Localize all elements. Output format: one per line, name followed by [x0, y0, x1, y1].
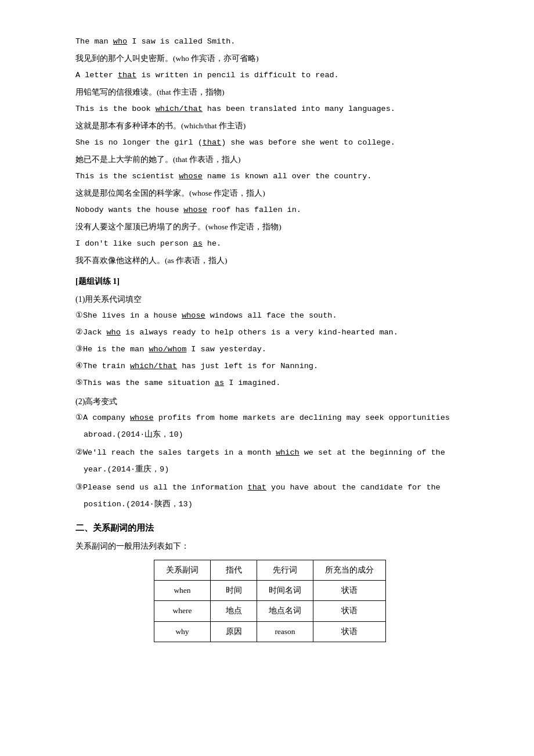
section2-title: 二、关系副词的用法	[75, 520, 464, 536]
that-paren-underline: that	[203, 138, 221, 147]
whose-underline-2: whose	[183, 206, 207, 214]
gaokao-item3-line1: ③Please send us all the information that…	[75, 481, 464, 495]
gaokao-item2-line2: year.(2014·重庆，9)	[75, 463, 464, 477]
example-4-cn: 她已不是上大学前的她了。(that 作表语，指人)	[75, 153, 464, 167]
drill1-item4: ④The train which/that has just left is f…	[75, 359, 464, 374]
which-gaokao2: which	[276, 448, 300, 457]
cell-when: when	[154, 581, 211, 601]
example-1-cn: 我见到的那个人叫史密斯。(who 作宾语，亦可省略)	[75, 52, 464, 66]
cell-where: where	[154, 601, 211, 621]
subsection1-label: (1)用关系代词填空	[75, 292, 464, 307]
cell-why-function: 状语	[313, 621, 386, 642]
who-drill1: who	[107, 328, 121, 337]
example-6-cn: 没有人要这个屋顶已坍塌了的房子。(whose 作定语，指物)	[75, 220, 464, 235]
cell-why-antecedent: reason	[257, 621, 313, 642]
drill1-item2: ②Jack who is always ready to help others…	[75, 326, 464, 340]
example-3-cn: 这就是那本有多种译本的书。(which/that 作主语)	[75, 119, 464, 134]
example-5-en: This is the scientist whose name is know…	[75, 170, 464, 184]
who-whom-drill1: who/whom	[149, 345, 186, 354]
section1-header: [题组训练 1]	[75, 274, 464, 289]
gaokao-item2-line1: ②We'll reach the sales targets in a mont…	[75, 446, 464, 460]
example-2-cn: 用铅笔写的信很难读。(that 作主语，指物)	[75, 85, 464, 100]
gaokao-item1-line2: abroad.(2014·山东，10)	[75, 428, 464, 442]
table-row-when: when 时间 时间名词 状语	[154, 581, 386, 601]
that-underline-1: that	[118, 71, 136, 80]
gaokao-item1-line1: ①A company whose profits from home marke…	[75, 411, 464, 426]
example-2-en: A letter that is written in pencil is di…	[75, 69, 464, 83]
which-that-underline-1: which/that	[156, 105, 203, 113]
table-header-col4: 所充当的成分	[313, 560, 386, 580]
section2-intro: 关系副词的一般用法列表如下：	[75, 539, 464, 554]
main-content: The man who I saw is called Smith. 我见到的那…	[75, 35, 464, 642]
who-underline: who	[113, 37, 127, 46]
table-header-col3: 先行词	[257, 560, 313, 580]
table-header-col1: 关系副词	[154, 560, 211, 580]
table-header-row: 关系副词 指代 先行词 所充当的成分	[154, 560, 386, 580]
cell-when-refers: 时间	[211, 581, 257, 601]
gaokao-item1: ①A company whose profits from home marke…	[75, 411, 464, 442]
which-that-drill1: which/that	[130, 362, 177, 370]
example-1-en: The man who I saw is called Smith.	[75, 35, 464, 49]
cell-where-refers: 地点	[211, 601, 257, 621]
as-underline-1: as	[193, 239, 203, 248]
gaokao-item3: ③Please send us all the information that…	[75, 481, 464, 512]
relative-adverbs-table: 关系副词 指代 先行词 所充当的成分 when 时间 时间名词 状语 where…	[154, 560, 386, 642]
gaokao-item2: ②We'll reach the sales targets in a mont…	[75, 446, 464, 477]
example-6-en: Nobody wants the house whose roof has fa…	[75, 203, 464, 218]
gaokao-item3-line2: position.(2014·陕西，13)	[75, 498, 464, 512]
example-4-en: She is no longer the girl (that) she was…	[75, 136, 464, 150]
example-7-cn: 我不喜欢像他这样的人。(as 作表语，指人)	[75, 254, 464, 268]
cell-where-antecedent: 地点名词	[257, 601, 313, 621]
cell-why-refers: 原因	[211, 621, 257, 642]
whose-drill1: whose	[182, 311, 205, 320]
as-drill1: as	[215, 379, 224, 387]
example-5-cn: 这就是那位闻名全国的科学家。(whose 作定语，指人)	[75, 186, 464, 201]
example-3-en: This is the book which/that has been tra…	[75, 102, 464, 117]
drill1-item1: ①She lives in a house whose windows all …	[75, 309, 464, 323]
whose-underline-1: whose	[179, 172, 203, 181]
table-container: 关系副词 指代 先行词 所充当的成分 when 时间 时间名词 状语 where…	[75, 560, 464, 642]
that-gaokao3: that	[248, 483, 266, 492]
table-row-why: why 原因 reason 状语	[154, 621, 386, 642]
drill1-item5: ⑤This was the same situation as I imagin…	[75, 376, 464, 391]
drill1-item3: ③He is the man who/whom I saw yesterday.	[75, 343, 464, 357]
cell-when-function: 状语	[313, 581, 386, 601]
cell-where-function: 状语	[313, 601, 386, 621]
example-7-en: I don't like such person as he.	[75, 237, 464, 251]
cell-why: why	[154, 621, 211, 642]
table-row-where: where 地点 地点名词 状语	[154, 601, 386, 621]
table-header-col2: 指代	[211, 560, 257, 580]
subsection2-label: (2)高考变式	[75, 394, 464, 409]
whose-gaokao1: whose	[130, 413, 154, 422]
cell-when-antecedent: 时间名词	[257, 581, 313, 601]
